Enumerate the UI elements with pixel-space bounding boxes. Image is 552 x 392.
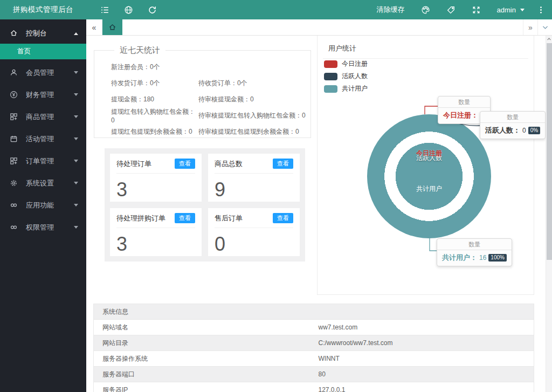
tab-home[interactable] xyxy=(102,19,122,35)
scroll-up-arrow-icon[interactable] xyxy=(546,36,552,43)
language-globe-icon[interactable] xyxy=(124,5,133,15)
row-label: 服务器端口 xyxy=(94,367,319,382)
chevron-down-icon xyxy=(74,226,78,229)
grid-plus-icon xyxy=(10,113,18,121)
home-icon xyxy=(10,29,18,38)
link-icon xyxy=(10,223,18,232)
card-total-products: 商品总数 查看 9 xyxy=(208,154,300,202)
tabs-scroll-right-button[interactable]: » xyxy=(523,19,537,35)
system-info-table: 系统信息 网站域名 ww7.test.com 网站目录 C:/wwwroot/w… xyxy=(93,304,534,392)
series-name: 今日注册： xyxy=(443,111,478,120)
stats-row: 提现红包提现到余额金额：0 待审核提现红包提现到余额金额：0 xyxy=(111,123,310,140)
stat-text: 待发货订单：0个 xyxy=(111,79,198,88)
chart-label-header: 数量 xyxy=(480,112,545,123)
home-icon xyxy=(108,23,116,31)
view-button[interactable]: 查看 xyxy=(273,213,293,223)
username-label: admin xyxy=(497,6,516,14)
card-value: 3 xyxy=(116,235,195,254)
donut-center-label: 共计用户 xyxy=(367,184,491,194)
legend-item-active-users[interactable]: 活跃人数 xyxy=(324,72,368,81)
sidebar-item-orders[interactable]: 订单管理 xyxy=(0,150,86,172)
gear-icon xyxy=(10,179,18,188)
table-row: 服务器操作系统 WINNT xyxy=(94,351,534,367)
topbar: 清除缓存 admin xyxy=(86,0,552,19)
chart-label-header: 数量 xyxy=(437,239,512,250)
donut-chart[interactable]: 今日注册 活跃人数 共计用户 xyxy=(367,114,491,238)
table-row: 服务器IP 127.0.0.1 xyxy=(94,382,534,392)
series-value: 0 xyxy=(522,127,526,134)
sidebar-item-label: 权限管理 xyxy=(26,223,74,232)
sidebar-item-console[interactable]: 控制台 xyxy=(0,23,86,44)
card-value: 3 xyxy=(116,180,195,200)
clear-cache-button[interactable]: 清除缓存 xyxy=(377,5,405,15)
card-value: 9 xyxy=(215,180,293,200)
sidebar-item-home[interactable]: 首页 xyxy=(0,44,86,59)
chevron-down-icon xyxy=(520,9,525,11)
refresh-icon[interactable] xyxy=(148,5,157,15)
chart-label-total-users: 数量 共计用户： 16 100% xyxy=(437,238,512,266)
sidebar-item-activities[interactable]: 活动管理 xyxy=(0,128,86,150)
row-label: 服务器IP xyxy=(94,382,319,392)
view-button[interactable]: 查看 xyxy=(273,159,293,169)
fullscreen-icon[interactable] xyxy=(472,5,481,15)
chevron-down-icon xyxy=(74,137,78,140)
chart-label-active-users: 数量 活跃人数： 0 0% xyxy=(480,111,546,139)
tag-icon[interactable] xyxy=(446,5,456,15)
series-name: 共计用户： xyxy=(442,253,477,263)
legend-item-total-users[interactable]: 共计用户 xyxy=(324,84,368,93)
stats-row: 提现红包转入购物红包金额：0 待审核提现红包转入购物红包金额：0 xyxy=(111,107,310,123)
series-percent-badge: 0% xyxy=(528,127,540,134)
stats-row: 待发货订单：0个 待收货订单：0个 xyxy=(111,75,310,91)
table-header-label: 系统信息 xyxy=(94,304,534,320)
vertical-scrollbar[interactable] xyxy=(546,36,552,392)
sidebar-item-settings[interactable]: 系统设置 xyxy=(0,172,86,194)
tabs-menu-button[interactable] xyxy=(537,19,552,35)
scrollbar-thumb[interactable] xyxy=(547,43,552,260)
stat-text: 提现金额：180 xyxy=(111,95,198,104)
chevron-up-icon xyxy=(74,32,78,35)
menu-toggle-icon[interactable] xyxy=(100,5,109,15)
sidebar-item-label: 商品管理 xyxy=(26,112,74,122)
sidebar-item-label: 活动管理 xyxy=(26,134,74,144)
card-aftersales-orders: 售后订单 查看 0 xyxy=(208,208,300,256)
row-label: 网站目录 xyxy=(94,335,319,351)
sidebar-item-label: 首页 xyxy=(17,47,31,56)
stats-panel: 近七天统计 新注册会员：0个 待发货订单：0个 待收货订单：0个 提现金额：18… xyxy=(94,45,311,138)
sidebar: 拼购模式管理后台 控制台 首页 会员管理 财务管理 xyxy=(0,0,86,392)
sidebar-item-finance[interactable]: 财务管理 xyxy=(0,84,86,106)
chevron-down-icon xyxy=(74,182,78,184)
card-title: 待处理订单 xyxy=(116,159,151,169)
legend-swatch xyxy=(324,60,337,68)
chevron-down-icon xyxy=(74,71,78,74)
tabs-scroll-left-button[interactable]: « xyxy=(86,19,102,35)
stat-text: 待审核提现红包转入购物红包金额：0 xyxy=(198,111,310,120)
stat-text: 待审核提现金额：0 xyxy=(198,95,310,104)
theme-palette-icon[interactable] xyxy=(421,5,430,15)
card-title: 待处理拼购订单 xyxy=(116,214,165,223)
stat-text: 待审核提现红包提现到余额金额：0 xyxy=(198,127,310,136)
sidebar-item-permissions[interactable]: 权限管理 xyxy=(0,216,86,238)
grid-plus-icon xyxy=(10,157,18,166)
card-value: 0 xyxy=(215,235,293,254)
view-button[interactable]: 查看 xyxy=(175,213,195,223)
row-value: ww7.test.com xyxy=(319,320,534,335)
sidebar-item-members[interactable]: 会员管理 xyxy=(0,61,86,84)
row-value: WINNT xyxy=(319,351,534,367)
more-options-icon[interactable] xyxy=(536,5,546,15)
legend-item-today-registered[interactable]: 今日注册 xyxy=(324,59,368,68)
table-header-row: 系统信息 xyxy=(94,304,534,320)
stats-panel-title: 近七天统计 xyxy=(114,45,165,56)
chevron-down-icon xyxy=(74,160,78,162)
app-logo-title: 拼购模式管理后台 xyxy=(0,0,86,19)
view-button[interactable]: 查看 xyxy=(175,159,195,169)
user-menu[interactable]: admin xyxy=(497,6,525,14)
card-pending-groupbuy-orders: 待处理拼购订单 查看 3 xyxy=(110,208,202,256)
content-area: 近七天统计 新注册会员：0个 待发货订单：0个 待收货订单：0个 提现金额：18… xyxy=(86,36,552,392)
sidebar-item-app-functions[interactable]: 应用功能 xyxy=(0,194,86,216)
sidebar-item-label: 订单管理 xyxy=(26,156,74,166)
card-title: 售后订单 xyxy=(215,214,243,223)
row-label: 网站域名 xyxy=(94,320,319,335)
sidebar-item-goods[interactable]: 商品管理 xyxy=(0,106,86,128)
card-pending-orders: 待处理订单 查看 3 xyxy=(110,154,202,202)
legend-label: 共计用户 xyxy=(342,84,368,93)
